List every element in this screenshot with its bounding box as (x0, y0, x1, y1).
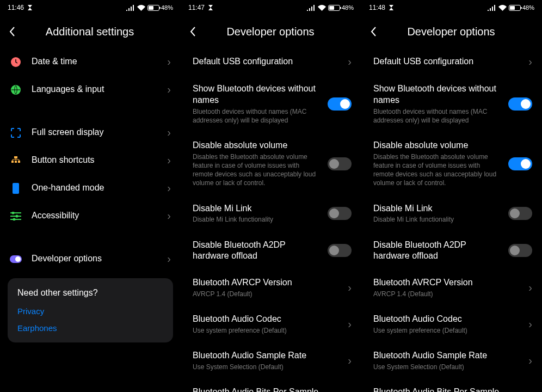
row-label: Default USB configuration (193, 56, 338, 68)
wifi-icon (137, 5, 145, 11)
row-one-handed-mode[interactable]: One-handed mode › (0, 174, 181, 202)
screen-developer-options-1: 11:47 48% Developer options Default USB … (181, 0, 361, 392)
row-subtitle: Bluetooth devices without names (MAC add… (373, 107, 498, 125)
signal-icon (126, 5, 135, 11)
row-default-usb-configuration[interactable]: Default USB configuration› (181, 48, 361, 76)
row-label: Button shortcuts (32, 155, 157, 166)
signal-icon (307, 5, 316, 11)
row-label: Bluetooth AVRCP Version (373, 277, 519, 289)
chevron-right-icon: › (348, 354, 352, 367)
toggle-switch[interactable] (508, 244, 532, 257)
row-subtitle: Disables the Bluetooth absolute volume f… (193, 152, 318, 188)
row-bluetooth-avrcp-version[interactable]: Bluetooth AVRCP VersionAVRCP 1.4 (Defaul… (181, 270, 361, 306)
row-bluetooth-audio-sample-rate[interactable]: Bluetooth Audio Sample RateUse System Se… (361, 342, 542, 379)
row-button-shortcuts[interactable]: Button shortcuts › (0, 146, 181, 174)
chevron-right-icon: › (348, 56, 352, 68)
hourglass-icon (208, 4, 213, 11)
row-disable-absolute-volume[interactable]: Disable absolute volumeDisables the Blue… (361, 132, 542, 195)
wifi-icon (318, 5, 326, 11)
toggle-switch[interactable] (328, 97, 352, 111)
svg-point-8 (16, 215, 19, 217)
row-subtitle: Disable Mi Link functionality (373, 215, 498, 224)
row-disable-absolute-volume[interactable]: Disable absolute volumeDisables the Blue… (181, 132, 361, 195)
row-default-usb-configuration[interactable]: Default USB configuration› (361, 48, 542, 76)
toggle-switch[interactable] (508, 97, 532, 111)
row-label: Disable absolute volume (193, 140, 318, 151)
need-other-settings-card: Need other settings? Privacy Earphones (8, 278, 173, 342)
row-label: Bluetooth Audio Sample Rate (193, 350, 338, 362)
header: Additional settings (0, 15, 181, 48)
row-full-screen-display[interactable]: Full screen display › (0, 119, 181, 146)
row-label: Disable Bluetooth A2DP hardware offload (193, 240, 318, 262)
status-time: 11:48 (369, 4, 385, 11)
header: Developer options (361, 15, 542, 48)
chevron-right-icon: › (528, 318, 532, 330)
header: Developer options (181, 15, 361, 48)
chevron-right-icon: › (167, 210, 171, 222)
battery-indicator: 48% (147, 4, 173, 11)
fullscreen-icon (10, 127, 21, 138)
row-label: Developer options (32, 253, 157, 265)
row-subtitle: Use system preference (Default) (373, 326, 519, 335)
row-subtitle: Use System Selection (Default) (373, 363, 519, 371)
svg-rect-3 (11, 161, 14, 163)
row-bluetooth-audio-sample-rate[interactable]: Bluetooth Audio Sample RateUse System Se… (181, 342, 361, 379)
row-label: Disable Mi Link (193, 203, 318, 215)
row-show-bluetooth-devices-without-names[interactable]: Show Bluetooth devices without namesBlue… (181, 76, 361, 132)
toggle-switch[interactable] (508, 207, 532, 220)
row-label: Disable Bluetooth A2DP hardware offload (373, 240, 498, 262)
row-bluetooth-audio-codec[interactable]: Bluetooth Audio CodecUse system preferen… (181, 306, 361, 342)
row-subtitle: Disable Mi Link functionality (193, 215, 318, 224)
row-label: Disable absolute volume (373, 140, 498, 151)
toggle-switch[interactable] (328, 207, 352, 220)
link-earphones[interactable]: Earphones (17, 323, 163, 333)
toggle-switch[interactable] (328, 244, 352, 257)
link-privacy[interactable]: Privacy (17, 307, 163, 316)
card-question: Need other settings? (17, 288, 163, 298)
screen-developer-options-2: 11:48 48% Developer options Default USB … (361, 0, 542, 392)
row-label: Bluetooth Audio Bits Per Sample (373, 387, 519, 392)
toggle-switch[interactable] (328, 157, 352, 170)
status-bar: 11:46 48% (0, 0, 181, 15)
status-time: 11:47 (188, 4, 205, 11)
page-title: Developer options (369, 26, 533, 38)
svg-rect-4 (15, 161, 17, 163)
status-bar: 11:48 48% (361, 0, 542, 15)
chevron-right-icon: › (167, 253, 171, 265)
row-bluetooth-audio-codec[interactable]: Bluetooth Audio CodecUse system preferen… (361, 306, 542, 342)
row-disable-bluetooth-a2dp-hardware-offload[interactable]: Disable Bluetooth A2DP hardware offload (361, 232, 542, 270)
battery-indicator: 48% (509, 4, 534, 11)
chevron-right-icon: › (167, 154, 171, 167)
chevron-right-icon: › (528, 56, 532, 68)
row-bluetooth-audio-bits-per-sample[interactable]: Bluetooth Audio Bits Per SampleUse Syste… (181, 379, 361, 392)
row-developer-options[interactable]: Developer options › (0, 245, 181, 273)
row-bluetooth-avrcp-version[interactable]: Bluetooth AVRCP VersionAVRCP 1.4 (Defaul… (361, 270, 542, 306)
row-label: Full screen display (32, 127, 157, 138)
row-languages-input[interactable]: Languages & input › (0, 76, 181, 103)
chevron-right-icon: › (528, 281, 532, 294)
dev-options-list: Default USB configuration›Show Bluetooth… (361, 48, 542, 392)
row-label: Default USB configuration (373, 56, 519, 68)
clock-icon (10, 57, 21, 68)
svg-point-7 (12, 212, 15, 215)
row-label: Date & time (32, 56, 157, 68)
hourglass-icon (389, 4, 394, 11)
status-bar: 11:47 48% (181, 0, 361, 15)
wifi-icon (498, 5, 507, 11)
screen-additional-settings: 11:46 48% Additional settings Date & tim… (0, 0, 181, 392)
row-disable-mi-link[interactable]: Disable Mi LinkDisable Mi Link functiona… (181, 195, 361, 232)
row-label: One-handed mode (32, 182, 157, 194)
svg-rect-6 (13, 183, 19, 194)
row-show-bluetooth-devices-without-names[interactable]: Show Bluetooth devices without namesBlue… (361, 76, 542, 132)
row-accessibility[interactable]: Accessibility › (0, 202, 181, 230)
row-disable-mi-link[interactable]: Disable Mi LinkDisable Mi Link functiona… (361, 195, 542, 232)
row-label: Bluetooth Audio Codec (373, 314, 519, 325)
row-subtitle: Use System Selection (Default) (193, 363, 338, 371)
toggle-switch[interactable] (508, 157, 532, 170)
row-subtitle: AVRCP 1.4 (Default) (193, 290, 338, 298)
row-label: Languages & input (32, 84, 157, 95)
row-bluetooth-audio-bits-per-sample[interactable]: Bluetooth Audio Bits Per SampleUse Syste… (361, 379, 542, 392)
row-disable-bluetooth-a2dp-hardware-offload[interactable]: Disable Bluetooth A2DP hardware offload (181, 232, 361, 270)
row-date-time[interactable]: Date & time › (0, 48, 181, 76)
page-title: Developer options (188, 26, 353, 38)
